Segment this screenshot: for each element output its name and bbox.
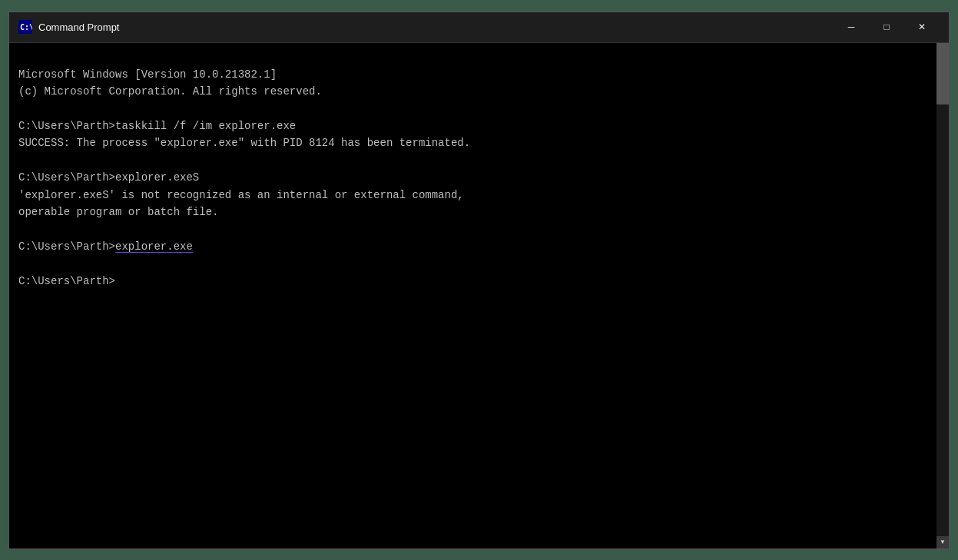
window-controls: ─ □ ✕ bbox=[834, 15, 940, 39]
line-5: SUCCESS: The process "explorer.exe" with… bbox=[18, 137, 470, 149]
window-title: Command Prompt bbox=[38, 22, 834, 33]
svg-text:C:\: C:\ bbox=[20, 23, 32, 31]
cmd-icon: C:\ bbox=[18, 20, 32, 34]
minimize-button[interactable]: ─ bbox=[834, 15, 869, 39]
console-area[interactable]: Microsoft Windows [Version 10.0.21382.1]… bbox=[9, 43, 949, 548]
scrollbar-down-arrow[interactable]: ▼ bbox=[936, 536, 949, 548]
line-4: C:\Users\Parth>taskkill /f /im explorer.… bbox=[18, 120, 296, 132]
close-button[interactable]: ✕ bbox=[904, 15, 940, 39]
line-1: Microsoft Windows [Version 10.0.21382.1] bbox=[18, 68, 277, 81]
line-9: operable program or batch file. bbox=[18, 206, 218, 218]
scrollbar-track: ▲ ▼ bbox=[936, 43, 949, 548]
line-11-cmd: explorer.exe bbox=[115, 240, 193, 253]
maximize-button[interactable]: □ bbox=[869, 15, 904, 39]
line-11-prompt: C:\Users\Parth> bbox=[18, 240, 115, 253]
line-7: C:\Users\Parth>explorer.exeS bbox=[18, 171, 199, 184]
console-output: Microsoft Windows [Version 10.0.21382.1]… bbox=[18, 49, 940, 290]
line-8: 'explorer.exeS' is not recognized as an … bbox=[18, 189, 464, 201]
scrollbar-thumb[interactable] bbox=[936, 43, 949, 104]
title-bar: C:\ Command Prompt ─ □ ✕ bbox=[9, 12, 949, 43]
line-13: C:\Users\Parth> bbox=[18, 275, 115, 287]
cmd-window: C:\ Command Prompt ─ □ ✕ Microsoft Windo… bbox=[8, 12, 950, 549]
line-2: (c) Microsoft Corporation. All rights re… bbox=[18, 85, 322, 98]
